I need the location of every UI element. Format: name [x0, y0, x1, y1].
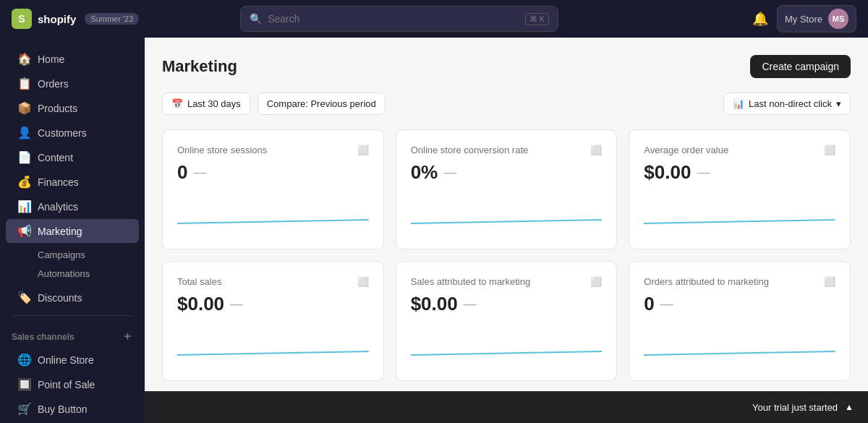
sidebar-item-home[interactable]: 🏠 Home: [6, 47, 139, 71]
metric-dash-total-sales: —: [230, 296, 243, 312]
sales-channels-expand-icon[interactable]: ＋: [122, 329, 133, 344]
metric-label-conversion: Online store conversion rate ⬜: [411, 145, 603, 155]
card-spacer-aov: [644, 184, 835, 234]
metric-label-text-conversion: Online store conversion rate: [411, 145, 529, 155]
avatar: MS: [828, 9, 848, 29]
chart-sales-attributed: [411, 315, 603, 359]
marketing-icon: 📢: [17, 224, 30, 238]
chart-sessions: [177, 184, 369, 227]
sidebar-item-finances[interactable]: 💰 Finances: [6, 170, 139, 194]
sidebar-item-marketing[interactable]: 📢 Marketing: [6, 219, 139, 243]
sidebar-label-products: Products: [38, 103, 77, 114]
sidebar-divider-1: [12, 315, 133, 316]
sidebar-item-discounts[interactable]: 🏷️ Discounts: [6, 286, 139, 309]
sidebar-label-customers: Customers: [38, 127, 87, 139]
shopify-logo-icon: S: [12, 9, 32, 29]
metrics-grid-row1: Online store sessions ⬜ 0 — Online store…: [162, 129, 851, 249]
sidebar-label-orders: Orders: [38, 78, 69, 90]
metric-value-aov: $0.00 —: [644, 161, 835, 184]
export-icon-total-sales[interactable]: ⬜: [357, 276, 369, 287]
attribution-dropdown[interactable]: 📊 Last non-direct click ▾: [723, 93, 851, 115]
metric-dash-sales-attributed: —: [464, 296, 477, 312]
create-campaign-button[interactable]: Create campaign: [750, 55, 851, 78]
sidebar-item-campaigns[interactable]: Campaigns: [6, 246, 139, 264]
export-icon-sales-attributed[interactable]: ⬜: [590, 276, 602, 287]
search-bar[interactable]: 🔍 ⌘ K: [240, 6, 558, 32]
sidebar-item-analytics[interactable]: 📊 Analytics: [6, 195, 139, 218]
metric-card-sessions: Online store sessions ⬜ 0 —: [162, 129, 384, 249]
compare-button[interactable]: Compare: Previous period: [258, 93, 386, 115]
sidebar: 🏠 Home 📋 Orders 📦 Products 👤 Customers 📄…: [0, 38, 145, 423]
metric-value-conversion: 0% —: [411, 161, 603, 184]
content-icon: 📄: [17, 150, 30, 164]
metric-number-sessions: 0: [177, 161, 187, 184]
marketing-submenu: Campaigns Automations: [0, 244, 145, 285]
date-range-label: Last 30 days: [187, 98, 241, 109]
page-header: Marketing Create campaign: [162, 55, 851, 78]
pos-icon: 🔲: [17, 377, 30, 391]
sidebar-item-automations[interactable]: Automations: [6, 265, 139, 283]
sidebar-item-customers[interactable]: 👤 Customers: [6, 121, 139, 145]
sidebar-label-discounts: Discounts: [38, 292, 82, 304]
metric-card-aov: Average order value ⬜ $0.00 —: [629, 129, 851, 249]
notification-bell-icon[interactable]: 🔔: [752, 11, 768, 27]
analytics-icon: 📊: [17, 200, 30, 213]
metric-number-total-sales: $0.00: [177, 293, 224, 315]
sidebar-label-content: Content: [38, 152, 73, 163]
metrics-grid-row2: Total sales ⬜ $0.00 — Sales attributed t…: [162, 261, 851, 381]
export-icon-aov[interactable]: ⬜: [824, 145, 835, 155]
metric-label-text-orders-attributed: Orders attributed to marketing: [644, 276, 769, 287]
export-icon-sessions[interactable]: ⬜: [357, 145, 369, 155]
season-badge: Summer '23: [85, 13, 139, 25]
shopify-logo: S shopify: [12, 9, 76, 29]
store-button[interactable]: My Store MS: [777, 5, 856, 33]
sidebar-item-content[interactable]: 📄 Content: [6, 145, 139, 169]
search-icon: 🔍: [250, 13, 262, 25]
sidebar-item-products[interactable]: 📦 Products: [6, 96, 139, 120]
compare-label: Compare: Previous period: [267, 98, 376, 109]
sidebar-label-online-store: Online Store: [38, 354, 94, 366]
metric-value-sales-attributed: $0.00 —: [411, 293, 603, 315]
chevron-down-icon: ▾: [836, 98, 841, 109]
sidebar-item-online-store[interactable]: 🌐 Online Store: [6, 348, 139, 372]
metric-number-sales-attributed: $0.00: [411, 293, 458, 315]
search-input[interactable]: [268, 13, 519, 25]
trial-banner-text: Your trial just started: [752, 402, 838, 413]
trial-banner-chevron-icon[interactable]: ▲: [845, 402, 854, 412]
sidebar-label-pos: Point of Sale: [38, 379, 95, 390]
export-icon-conversion[interactable]: ⬜: [590, 145, 602, 155]
main-content: Marketing Create campaign 📅 Last 30 days…: [145, 38, 868, 423]
customers-icon: 👤: [17, 126, 30, 140]
metric-card-conversion: Online store conversion rate ⬜ 0% —: [396, 129, 618, 249]
metric-card-sales-attributed: Sales attributed to marketing ⬜ $0.00 —: [396, 261, 618, 381]
finances-icon: 💰: [17, 175, 30, 189]
chart-icon: 📊: [733, 98, 744, 109]
card-spacer-orders-attributed: [644, 315, 835, 366]
sales-channels-section: Sales channels ＋: [0, 322, 145, 347]
card-spacer-total-sales: [177, 315, 369, 366]
metric-label-orders-attributed: Orders attributed to marketing ⬜: [644, 276, 835, 287]
page-title: Marketing: [162, 57, 237, 76]
sidebar-item-buy-button[interactable]: 🛒 Buy Button: [6, 397, 139, 421]
metric-number-aov: $0.00: [644, 161, 691, 184]
sidebar-item-point-of-sale[interactable]: 🔲 Point of Sale: [6, 372, 139, 396]
metric-value-sessions: 0 —: [177, 161, 369, 184]
trial-banner: Your trial just started ▲: [145, 391, 868, 423]
top-nav: S shopify Summer '23 🔍 ⌘ K 🔔 My Store MS: [0, 0, 868, 38]
chart-conversion: [411, 184, 603, 227]
sidebar-label-buy-button: Buy Button: [38, 403, 88, 415]
metric-card-orders-attributed: Orders attributed to marketing ⬜ 0 —: [629, 261, 851, 381]
metric-number-orders-attributed: 0: [644, 293, 654, 315]
export-icon-orders-attributed[interactable]: ⬜: [824, 276, 835, 287]
metric-dash-conversion: —: [443, 165, 456, 180]
date-range-button[interactable]: 📅 Last 30 days: [162, 93, 250, 115]
store-name: My Store: [785, 14, 822, 25]
home-icon: 🏠: [17, 52, 30, 66]
sidebar-item-orders[interactable]: 📋 Orders: [6, 72, 139, 95]
sidebar-label-finances: Finances: [38, 176, 79, 188]
sidebar-label-home: Home: [38, 54, 64, 65]
metric-label-sessions: Online store sessions ⬜: [177, 145, 369, 155]
metric-dash-aov: —: [697, 165, 710, 180]
chart-total-sales: [177, 315, 369, 359]
chart-orders-attributed: [644, 315, 835, 359]
